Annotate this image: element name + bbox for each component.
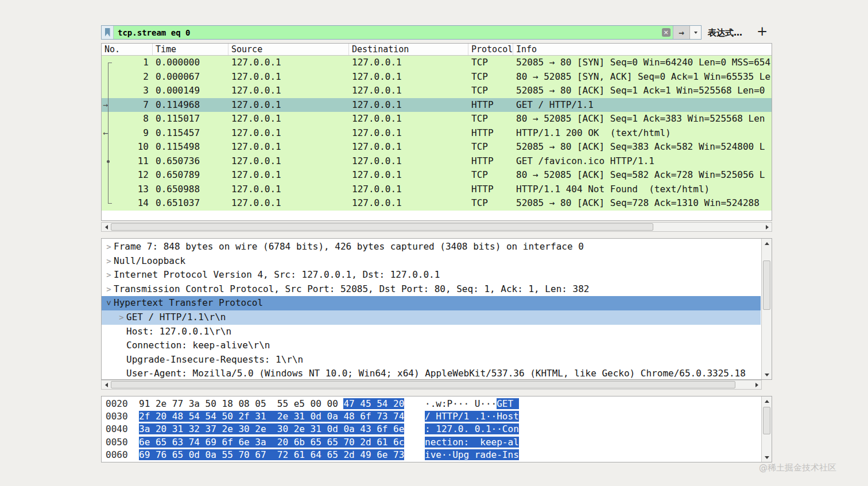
detail-line[interactable]: >GET / HTTP/1.1\r\n — [102, 310, 761, 325]
packet-cell-destination: 127.0.0.1 — [349, 196, 468, 211]
packet-cell-source: 127.0.0.1 — [228, 70, 349, 84]
packet-cell-time: 0.114968 — [153, 98, 228, 112]
scroll-up-button[interactable] — [762, 396, 772, 406]
hex-bytes: 2f 20 48 54 54 50 2f 31 2e 31 0d 0a 48 6… — [139, 410, 409, 423]
details-vscrollbar[interactable] — [761, 239, 772, 379]
column-header-source[interactable]: Source — [228, 44, 349, 55]
packet-cell-no: 7 — [102, 98, 153, 112]
scroll-thumb[interactable] — [763, 407, 770, 434]
scroll-thumb[interactable] — [111, 223, 653, 231]
hex-dump-pane: 002091 2e 77 3a 50 18 08 05 55 e5 00 00 … — [101, 396, 772, 462]
detail-line[interactable]: >Hypertext Transfer Protocol — [102, 296, 761, 310]
display-filter-input[interactable]: tcp.stream eq 0 — [114, 26, 659, 39]
column-header-destination[interactable]: Destination — [349, 44, 468, 55]
hex-offset: 0060 — [106, 449, 133, 461]
packet-row[interactable]: 100.115498127.0.0.1127.0.0.1TCP52085 → 8… — [102, 140, 772, 154]
scroll-left-button[interactable] — [102, 380, 111, 389]
detail-line[interactable]: Connection: keep-alive\r\n — [102, 339, 761, 353]
filter-history-dropdown[interactable] — [689, 26, 701, 39]
expander-icon[interactable]: > — [104, 254, 114, 269]
packet-row[interactable]: 70.114968127.0.0.1127.0.0.1HTTPGET / HTT… — [102, 98, 772, 112]
ascii-segment: ive··Upg rade-Ins — [425, 449, 519, 460]
expander-icon[interactable]: > — [104, 282, 114, 297]
detail-line[interactable]: >Frame 7: 848 bytes on wire (6784 bits),… — [102, 240, 761, 254]
left-arrow-icon — [105, 383, 108, 387]
detail-line[interactable]: User-Agent: Mozilla/5.0 (Windows NT 10.0… — [102, 367, 761, 380]
detail-line[interactable]: >Internet Protocol Version 4, Src: 127.0… — [102, 268, 761, 282]
scroll-down-button[interactable] — [762, 370, 772, 379]
detail-line[interactable]: >Null/Loopback — [102, 254, 761, 269]
packet-cell-time: 0.000000 — [153, 56, 228, 70]
hex-row[interactable]: 00403a 20 31 32 37 2e 30 2e 30 2e 31 0d … — [102, 423, 761, 436]
detail-line[interactable]: Host: 127.0.0.1\r\n — [102, 325, 761, 339]
column-header-protocol[interactable]: Protocol — [468, 44, 513, 55]
packet-cell-time: 0.650988 — [153, 182, 228, 197]
scroll-up-button[interactable] — [762, 239, 772, 248]
hex-row[interactable]: 006069 76 65 0d 0a 55 70 67 72 61 64 65 … — [102, 449, 761, 461]
right-arrow-icon — [766, 225, 769, 230]
hex-lines: 002091 2e 77 3a 50 18 08 05 55 e5 00 00 … — [102, 398, 761, 462]
packet-row[interactable]: 10.000000127.0.0.1127.0.0.1TCP52085 → 80… — [102, 56, 772, 70]
packet-cell-protocol: TCP — [468, 56, 513, 70]
scroll-left-button[interactable] — [102, 223, 111, 231]
hex-vscrollbar[interactable] — [761, 396, 772, 462]
column-header-time[interactable]: Time — [153, 44, 228, 55]
packet-cell-time: 0.651037 — [153, 196, 228, 211]
scroll-right-button[interactable] — [752, 380, 761, 389]
packet-cell-no: 3 — [102, 84, 153, 98]
scroll-down-button[interactable] — [762, 453, 772, 462]
expander-icon[interactable]: > — [104, 240, 114, 254]
column-header-info[interactable]: Info — [513, 44, 772, 55]
packet-row[interactable]: 120.650789127.0.0.1127.0.0.1TCP80 → 5208… — [102, 168, 772, 182]
expander-spacer — [117, 367, 126, 380]
packet-cell-destination: 127.0.0.1 — [349, 56, 468, 70]
packet-cell-protocol: TCP — [468, 140, 513, 154]
packet-row[interactable]: 110.650736127.0.0.1127.0.0.1HTTPGET /fav… — [102, 154, 772, 169]
packet-cell-protocol: TCP — [468, 196, 513, 211]
packet-cell-info: 52085 → 80 [ACK] Seq=1 Ack=1 Win=525568 … — [513, 84, 772, 98]
packet-row[interactable]: 30.000149127.0.0.1127.0.0.1TCP52085 → 80… — [102, 84, 772, 98]
detail-line[interactable]: Upgrade-Insecure-Requests: 1\r\n — [102, 353, 761, 367]
expander-spacer — [117, 325, 126, 339]
details-hscrollbar[interactable] — [101, 380, 762, 390]
scroll-track[interactable] — [111, 223, 762, 231]
column-header-no[interactable]: No. — [102, 44, 153, 55]
add-filter-button[interactable]: + — [757, 24, 768, 38]
scroll-track[interactable] — [762, 248, 772, 370]
packet-cell-info: 52085 → 80 [SYN] Seq=0 Win=64240 Len=0 M… — [513, 56, 772, 70]
packet-row[interactable]: 140.651037127.0.0.1127.0.0.1TCP52085 → 8… — [102, 196, 772, 211]
packet-row[interactable]: 90.115457127.0.0.1127.0.0.1HTTPHTTP/1.1 … — [102, 126, 772, 141]
scroll-right-button[interactable] — [762, 223, 772, 231]
expander-icon[interactable]: > — [104, 268, 114, 282]
packet-list-hscrollbar[interactable] — [101, 222, 772, 232]
packet-list-header: No.TimeSourceDestinationProtocolInfo — [102, 44, 772, 56]
packet-cell-info: HTTP/1.1 200 OK (text/html) — [513, 126, 772, 141]
packet-cell-source: 127.0.0.1 — [228, 182, 349, 197]
packet-row[interactable]: 80.115017127.0.0.1127.0.0.1TCP80 → 52085… — [102, 112, 772, 126]
scroll-thumb[interactable] — [763, 261, 770, 310]
filter-bookmark-button[interactable] — [102, 26, 114, 39]
hex-bytes: 69 76 65 0d 0a 55 70 67 72 61 64 65 2d 4… — [139, 449, 409, 461]
packet-row[interactable]: 130.650988127.0.0.1127.0.0.1HTTPHTTP/1.1… — [102, 182, 772, 197]
scroll-track[interactable] — [111, 380, 752, 389]
detail-lines: >Frame 7: 848 bytes on wire (6784 bits),… — [102, 240, 761, 379]
expander-icon[interactable]: > — [102, 298, 116, 308]
hex-row[interactable]: 00506e 65 63 74 69 6f 6e 3a 20 6b 65 65 … — [102, 436, 761, 449]
hex-row[interactable]: 00302f 20 48 54 54 50 2f 31 2e 31 0d 0a … — [102, 410, 761, 423]
scroll-track[interactable] — [762, 406, 772, 453]
expression-button[interactable]: 表达式… — [708, 28, 742, 38]
detail-line[interactable]: >Transmission Control Protocol, Src Port… — [102, 282, 761, 297]
filter-text: tcp.stream eq 0 — [118, 28, 190, 37]
packet-cell-info: GET / HTTP/1.1 — [513, 98, 772, 112]
display-filter-bar[interactable]: tcp.stream eq 0 × → — [101, 25, 702, 40]
hex-segment: 91 2e 77 3a 50 18 08 05 55 e5 00 00 — [139, 398, 343, 409]
hex-row[interactable]: 002091 2e 77 3a 50 18 08 05 55 e5 00 00 … — [102, 398, 761, 410]
filter-apply-button[interactable]: → — [673, 26, 689, 39]
scroll-thumb[interactable] — [111, 381, 735, 388]
ascii-segment: / HTTP/1 .1··Host — [425, 411, 519, 422]
packet-row[interactable]: 20.000067127.0.0.1127.0.0.1TCP80 → 52085… — [102, 70, 772, 84]
ascii-bytes: ·.w:P··· U···GET — [425, 398, 519, 409]
expander-icon[interactable]: > — [117, 310, 126, 325]
filter-clear-button[interactable]: × — [659, 26, 673, 39]
packet-cell-protocol: HTTP — [468, 154, 513, 169]
